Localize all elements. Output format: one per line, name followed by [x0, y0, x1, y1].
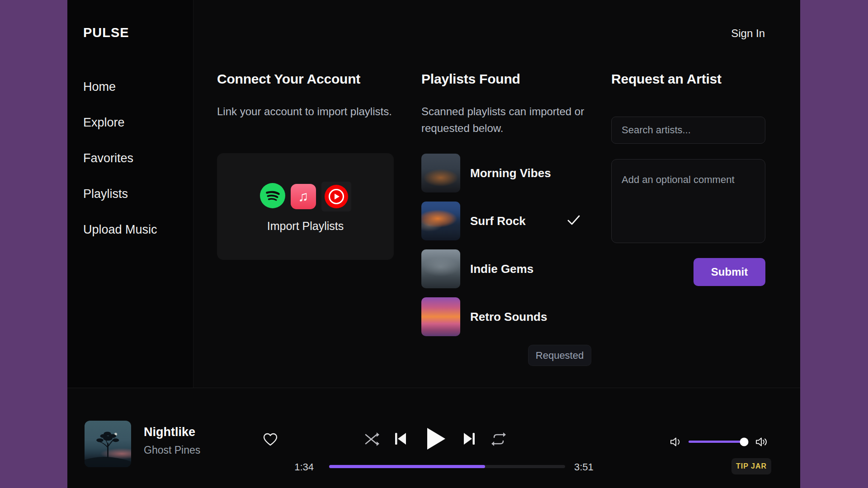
sidebar-item-explore[interactable]: Explore [83, 115, 157, 130]
next-track-icon[interactable] [462, 432, 476, 446]
app-window: PULSE Sign In Home Explore Favorites Pla… [67, 0, 800, 488]
previous-track-icon[interactable] [394, 432, 407, 446]
playlist-row-indie-gems[interactable]: Indie Gems [421, 249, 602, 288]
now-playing-album-art [85, 421, 131, 467]
playlist-thumbnail [421, 249, 460, 288]
elapsed-time: 1:34 [278, 461, 314, 473]
total-duration: 3:51 [574, 461, 594, 473]
now-playing-info: Nightlike Ghost Pines [144, 425, 200, 456]
progress-bar[interactable] [329, 465, 565, 468]
volume-slider[interactable] [689, 441, 748, 443]
favorite-heart-icon[interactable] [263, 432, 278, 446]
app-logo: PULSE [83, 25, 129, 40]
playlist-name: Retro Sounds [470, 310, 547, 324]
playlist-name: Morning Vibes [470, 166, 551, 180]
player-bar: Nightlike Ghost Pines [67, 388, 800, 488]
volume-thumb[interactable] [740, 437, 748, 446]
tip-jar-button[interactable]: TIP JAR [731, 458, 771, 474]
sidebar-item-favorites[interactable]: Favorites [83, 151, 157, 165]
apple-music-icon[interactable]: ♫ [291, 184, 316, 209]
sidebar-item-playlists[interactable]: Playlists [83, 187, 157, 201]
volume-low-icon[interactable] [670, 436, 682, 447]
playlist-name: Indie Gems [470, 262, 533, 276]
submit-button[interactable]: Submit [693, 258, 765, 286]
search-artists-input[interactable] [611, 117, 765, 144]
playlist-thumbnail [421, 154, 460, 192]
spotify-icon[interactable] [260, 183, 285, 210]
check-icon [567, 214, 580, 228]
volume-high-icon[interactable] [755, 436, 768, 447]
repeat-icon[interactable] [491, 432, 507, 447]
sidebar-nav: Home Explore Favorites Playlists Upload … [83, 80, 157, 237]
playlists-found-description: Scanned playlists can imported or reques… [421, 103, 602, 136]
play-icon[interactable] [426, 427, 445, 450]
playlists-found-section: Playlists Found Scanned playlists can im… [421, 71, 602, 136]
playlist-row-morning-vibes[interactable]: Morning Vibes [421, 154, 602, 192]
import-playlists-label: Import Playlists [267, 220, 344, 233]
provider-icons-row: ♫ [260, 182, 351, 211]
sign-in-button[interactable]: Sign In [731, 27, 765, 40]
playlist-row-retro-sounds[interactable]: Retro Sounds [421, 297, 602, 336]
shuffle-icon[interactable] [364, 432, 380, 447]
import-playlists-card[interactable]: ♫ Import Playlists [217, 153, 394, 260]
progress-fill [329, 465, 485, 468]
playlist-row-surf-rock[interactable]: Surf Rock [421, 202, 602, 240]
playlist-name: Surf Rock [470, 214, 526, 228]
connect-account-title: Connect Your Account [217, 71, 394, 87]
music-note-glyph: ♫ [298, 189, 308, 203]
track-artist: Ghost Pines [144, 444, 200, 456]
requested-badge[interactable]: Requested [528, 345, 591, 366]
connect-account-description: Link your account to import playlists. [217, 103, 394, 120]
playlists-found-title: Playlists Found [421, 71, 602, 87]
playlist-thumbnail [421, 202, 460, 240]
optional-comment-textarea[interactable] [611, 159, 765, 243]
playlist-thumbnail [421, 297, 460, 336]
request-artist-title: Request an Artist [611, 71, 765, 87]
sidebar-item-upload-music[interactable]: Upload Music [83, 222, 157, 237]
sidebar-item-home[interactable]: Home [83, 80, 157, 94]
connect-account-section: Connect Your Account Link your account t… [217, 71, 394, 120]
track-title: Nightlike [144, 425, 200, 439]
request-artist-section: Request an Artist [611, 71, 765, 103]
youtube-music-icon[interactable] [321, 182, 351, 211]
